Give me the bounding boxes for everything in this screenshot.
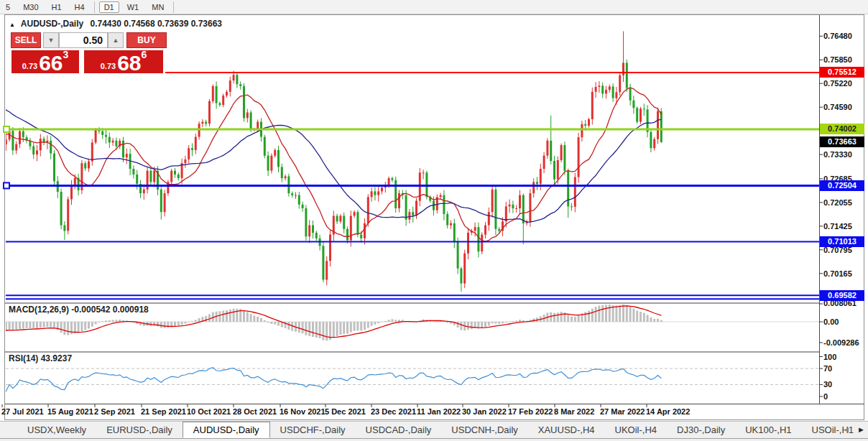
tab-scroll-left-icon[interactable]: ◄ [842, 425, 850, 434]
x-axis-date-label: 21 Sep 2021 [141, 407, 186, 416]
time-axis-line [5, 404, 864, 404]
sell-price-prefix: 0.73 [22, 62, 37, 70]
buy-price-display[interactable]: 0.73 68 6 [84, 50, 163, 73]
buy-price-sup: 6 [142, 49, 147, 60]
volume-increase-button[interactable]: ▲ [108, 32, 124, 48]
timeframe-button-h4[interactable]: H4 [70, 1, 90, 13]
x-axis-date-label: 28 Oct 2021 [233, 407, 277, 416]
one-click-trade-widget: SELL ▼ ▲ BUY 0.73 66 3 0.73 68 6 [11, 32, 167, 73]
y-axis-tick: 0.76480 [823, 31, 865, 41]
timeframe-button-mn[interactable]: MN [147, 1, 169, 13]
y-axis-tick: 0.72055 [823, 198, 865, 208]
sell-price-sup: 3 [63, 49, 69, 60]
price-line-badge: 0.71013 [820, 236, 864, 247]
timeframe-button-h1[interactable]: H1 [47, 1, 67, 13]
symbol-tab-dj30-daily[interactable]: DJ30-,Daily [667, 422, 735, 438]
x-axis-date-label: 27 Mar 2022 [600, 407, 645, 416]
timeframe-button-m30[interactable]: M30 [18, 1, 43, 13]
symbol-tab-xauusd-h4[interactable]: XAUUSD-,H4 [528, 422, 605, 438]
y-axis-tick: 0.75850 [823, 55, 865, 65]
price-line-badge: 0.69582 [820, 290, 864, 301]
y-axis-tick: 0.75220 [823, 78, 865, 88]
y-axis-tick: 0.70165 [823, 269, 865, 279]
collapse-arrow-icon[interactable]: ▲ [9, 22, 15, 28]
symbol-tab-usdchf-daily[interactable]: USDCHF-,Daily [270, 422, 356, 438]
x-axis-date-label: 15 Aug 2021 [47, 407, 93, 416]
pane-separator-price-macd[interactable] [5, 302, 819, 304]
pane-separator-macd-rsi[interactable] [5, 351, 819, 353]
x-axis-date-label: 2 Sep 2021 [94, 407, 135, 416]
rsi-axis-tick: 0 [823, 391, 865, 401]
chart-title: ▲ AUDUSD-,Daily 0.74430 0.74568 0.73639 … [9, 19, 222, 29]
symbol-tab-audusd-daily[interactable]: AUDUSD-,Daily [183, 422, 270, 438]
sell-button[interactable]: SELL [11, 32, 41, 48]
toolbar-separator [94, 1, 95, 13]
macd-axis-tick: -0.009286 [823, 338, 865, 348]
symbol-tab-eurusd-daily[interactable]: EURUSD-,Daily [96, 422, 183, 438]
symbol-tab-usdcad-daily[interactable]: USDCAD-,Daily [356, 422, 442, 438]
x-axis-date-label: 16 Nov 2021 [280, 407, 326, 416]
buy-price-big: 68 [117, 54, 141, 73]
x-axis-date-label: 14 Apr 2022 [646, 407, 690, 416]
tab-scroll-controls: ◄ ► [842, 425, 865, 434]
toolbar-separator [173, 1, 174, 13]
symbol-tab-usdcnh-daily[interactable]: USDCNH-,Daily [441, 422, 527, 438]
symbol-tab-uk100-h1[interactable]: UK100-,H1 [735, 422, 801, 438]
symbol-tab-ukoil-h4[interactable]: UKOil-,H4 [605, 422, 668, 438]
chart-window [4, 14, 864, 420]
timeframe-toolbar: 5M30H1H4D1W1MN [0, 0, 868, 14]
price-line-badge: 0.72504 [820, 180, 864, 191]
y-axis-tick: 0.73330 [823, 149, 865, 159]
x-axis-date-label: 11 Jan 2022 [417, 407, 461, 416]
tab-scroll-right-icon[interactable]: ► [857, 425, 865, 434]
x-axis-date-label: 17 Feb 2022 [508, 407, 553, 416]
rsi-axis-tick: 30 [823, 379, 865, 389]
x-axis-date-label: 8 Mar 2022 [554, 407, 594, 416]
rsi-axis-tick: 100 [823, 352, 865, 362]
buy-button[interactable]: BUY [126, 32, 167, 48]
volume-input[interactable] [59, 32, 108, 48]
x-axis-date-label: 5 Dec 2021 [325, 407, 366, 416]
symbol-tab-bar: USDX,WeeklyEURUSD-,DailyAUDUSD-,DailyUSD… [0, 421, 868, 439]
chart-ohlc-values: 0.74430 0.74568 0.73639 0.73663 [91, 19, 223, 29]
trading-terminal: 5M30H1H4D1W1MN ▲ AUDUSD-,Daily 0.74430 0… [0, 0, 868, 441]
macd-label: MACD(12,26,9) -0.000542 0.000918 [9, 305, 149, 315]
macd-axis-tick: 0.00 [823, 317, 865, 327]
rsi-axis-tick: 70 [823, 363, 865, 373]
current-price-badge: 0.73663 [820, 136, 864, 147]
y-axis-tick: 0.74590 [823, 102, 865, 112]
volume-decrease-button[interactable]: ▼ [43, 32, 59, 48]
price-line-badge: 0.75512 [820, 67, 864, 78]
timeframe-button-5[interactable]: 5 [1, 1, 15, 13]
symbol-tab-usdx-weekly[interactable]: USDX,Weekly [17, 422, 96, 438]
price-line-badge: 0.74002 [820, 124, 864, 134]
sell-price-big: 66 [39, 54, 63, 73]
rsi-label: RSI(14) 43.9237 [9, 353, 72, 363]
x-axis-date-label: 30 Jan 2022 [462, 407, 507, 416]
x-axis-date-label: 23 Dec 2021 [371, 407, 416, 416]
x-axis-date-label: 27 Jul 2021 [1, 407, 44, 416]
y-axis-tick: 0.71425 [823, 221, 865, 231]
x-axis-date-label: 10 Oct 2021 [187, 407, 231, 416]
sell-price-display[interactable]: 0.73 66 3 [11, 50, 79, 73]
chart-symbol-label: AUDUSD-,Daily [21, 19, 83, 29]
timeframe-button-d1[interactable]: D1 [99, 1, 119, 13]
buy-price-prefix: 0.73 [101, 62, 116, 70]
timeframe-button-w1[interactable]: W1 [122, 1, 144, 13]
